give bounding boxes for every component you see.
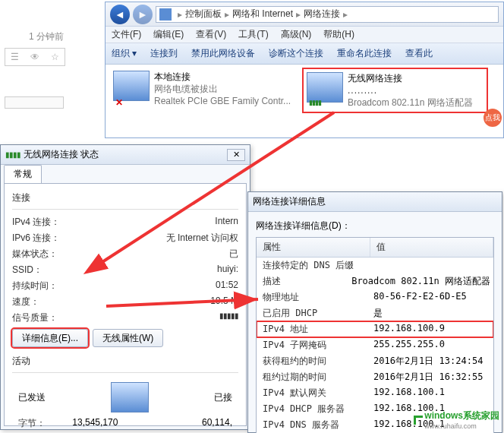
- tool-connect[interactable]: 连接到: [150, 47, 178, 60]
- menu-edit[interactable]: 编辑(E): [153, 28, 184, 41]
- tool-disable[interactable]: 禁用此网络设备: [191, 47, 255, 60]
- prop-cell: IPv4 DNS 服务器: [257, 419, 370, 431]
- conn1-title: 本地连接: [154, 71, 291, 83]
- menu-bar: 文件(F) 编辑(E) 查看(V) 工具(T) 高级(N) 帮助(H): [106, 27, 503, 43]
- table-row[interactable]: IPv4 地址192.168.100.9: [257, 321, 493, 337]
- status-dialog: ▮▮▮▮无线网络连接 状态 ✕ 常规 连接 IPv4 连接：Intern IPv…: [0, 144, 250, 430]
- ipv4-label: IPv4 连接：: [12, 216, 60, 229]
- duration-label: 持续时间：: [12, 280, 58, 292]
- connection-local[interactable]: 本地连接 网络电缆被拔出 Realtek PCIe GBE Family Con…: [110, 68, 296, 113]
- activity-icon: [111, 382, 149, 412]
- click-badge[interactable]: 点我: [484, 109, 502, 127]
- val-cell: 192.168.100.9: [370, 323, 493, 336]
- signal-icon: ▮▮▮▮: [5, 150, 20, 159]
- prop-cell: 物理地址: [257, 291, 370, 304]
- tool-organize[interactable]: 组织 ▾: [112, 47, 137, 60]
- table-row[interactable]: 获得租约的时间2016年2月1日 13:24:54: [257, 353, 493, 369]
- connection-wireless[interactable]: 无线网络连接 ......... Broadcom 802.11n 网络适配器: [302, 68, 488, 113]
- details-button[interactable]: 详细信息(E)...: [12, 329, 88, 347]
- conn1-status: 网络电缆被拔出: [154, 83, 291, 95]
- ipv6-value: 无 Internet 访问权: [166, 232, 238, 245]
- address-bar[interactable]: ▸ 控制面板▸ 网络和 Internet▸ 网络连接▸: [156, 6, 499, 23]
- val-cell: 是: [370, 307, 493, 320]
- sent-label: 已发送: [18, 391, 46, 404]
- section-connection: 连接: [12, 191, 238, 204]
- prop-cell: IPv4 默认网关: [257, 387, 370, 400]
- table-row[interactable]: 租约过期的时间2016年2月1日 16:32:55: [257, 369, 493, 385]
- conn2-title: 无线网络连接: [348, 72, 473, 84]
- wifi-props-button[interactable]: 无线属性(W): [93, 329, 163, 347]
- explorer-window: ◄ ► ▸ 控制面板▸ 网络和 Internet▸ 网络连接▸ 文件(F) 编辑…: [105, 2, 504, 138]
- prop-cell: 已启用 DHCP: [257, 307, 370, 320]
- divider: [5, 96, 64, 109]
- crumb-0[interactable]: 控制面板: [185, 8, 222, 21]
- tab-general[interactable]: 常规: [4, 165, 42, 183]
- table-row[interactable]: 已启用 DHCP是: [257, 305, 493, 321]
- table-row[interactable]: IPv4 子网掩码255.255.255.0: [257, 337, 493, 353]
- logo-icon: [414, 416, 423, 425]
- val-cell: 255.255.255.0: [370, 339, 493, 352]
- ssid-label: SSID：: [12, 264, 43, 277]
- crumb-2[interactable]: 网络连接: [304, 8, 340, 21]
- table-row[interactable]: 物理地址80-56-F2-E2-6D-E5: [257, 289, 493, 305]
- ipv4-value: Intern: [215, 216, 238, 229]
- conn2-adapter: Broadcom 802.11n 网络适配器: [348, 96, 473, 109]
- tool-diagnose[interactable]: 诊断这个连接: [269, 47, 323, 60]
- details-subtitle: 网络连接详细信息(D)：: [256, 220, 494, 232]
- prop-cell: 描述: [257, 275, 348, 288]
- prop-cell: 获得租约的时间: [257, 355, 370, 368]
- val-cell: 80-56-F2-E2-6D-E5: [370, 291, 493, 304]
- prop-cell: IPv4 子网掩码: [257, 339, 370, 352]
- close-button[interactable]: ✕: [227, 149, 245, 161]
- status-titlebar: ▮▮▮▮无线网络连接 状态 ✕: [1, 145, 250, 165]
- menu-help[interactable]: 帮助(H): [323, 28, 354, 41]
- menu-view[interactable]: 查看(V): [196, 28, 226, 41]
- table-row[interactable]: 连接特定的 DNS 后缀: [257, 258, 493, 273]
- conn2-scribble: .........: [348, 84, 473, 96]
- val-cell: 2016年2月1日 16:32:55: [370, 371, 493, 384]
- tool-rename[interactable]: 重命名此连接: [337, 47, 392, 60]
- prop-cell: IPv4 地址: [257, 323, 370, 336]
- explorer-body: 本地连接 网络电缆被拔出 Realtek PCIe GBE Family Con…: [106, 65, 503, 116]
- duration-value: 01:52: [216, 280, 238, 292]
- forward-button[interactable]: ►: [133, 5, 153, 24]
- watermark: windows系统家园 www.ruhaifu.com: [414, 409, 499, 430]
- col-property[interactable]: 属性: [257, 238, 370, 257]
- table-row[interactable]: IPv4 默认网关192.168.100.1: [257, 385, 493, 401]
- val-cell: [370, 259, 493, 272]
- back-button[interactable]: ◄: [110, 5, 130, 24]
- val-cell: 2016年2月1日 13:24:54: [370, 355, 493, 368]
- bytes-label: 字节：: [18, 417, 46, 430]
- menu-advanced[interactable]: 高级(N): [281, 28, 312, 41]
- quality-label: 信号质量：: [12, 311, 58, 324]
- recv-label: 已接: [214, 391, 232, 404]
- ssid-value: huiyi:: [217, 264, 238, 277]
- left-fragment: 1 分钟前 ☰👁☆: [0, 27, 68, 126]
- monitor-icon: [307, 72, 343, 103]
- media-value: 已: [229, 248, 238, 261]
- prop-cell: 租约过期的时间: [257, 371, 370, 384]
- status-title: 无线网络连接 状态: [24, 148, 99, 161]
- prop-cell: 连接特定的 DNS 后缀: [257, 259, 370, 272]
- menu-tools[interactable]: 工具(T): [238, 28, 268, 41]
- speed-label: 速度：: [12, 296, 39, 308]
- time-label: 1 分钟前: [5, 30, 64, 43]
- ipv6-label: IPv6 连接：: [12, 232, 60, 245]
- nav-bar: ◄ ► ▸ 控制面板▸ 网络和 Internet▸ 网络连接▸: [106, 2, 503, 27]
- conn1-adapter: Realtek PCIe GBE Family Contr...: [154, 95, 291, 107]
- tab-strip: 常规: [1, 165, 250, 183]
- table-row[interactable]: 描述Broadcom 802.11n 网络适配器: [257, 273, 493, 289]
- speed-value: 19.5 M: [210, 296, 238, 308]
- tab-pane: 连接 IPv4 连接：Intern IPv6 连接：无 Internet 访问权…: [4, 183, 247, 426]
- monitor-icon: [113, 71, 150, 101]
- mini-toolbar: ☰👁☆: [5, 48, 65, 66]
- media-label: 媒体状态：: [12, 248, 58, 261]
- tool-view[interactable]: 查看此: [405, 47, 433, 60]
- details-dialog: 网络连接详细信息 网络连接详细信息(D)： 属性 值 连接特定的 DNS 后缀描…: [247, 191, 502, 433]
- menu-file[interactable]: 文件(F): [112, 28, 141, 41]
- toolbar: 组织 ▾ 连接到 禁用此网络设备 诊断这个连接 重命名此连接 查看此: [106, 43, 503, 65]
- recv-value: 60,114,: [202, 417, 232, 430]
- watermark-text: windows系统家园: [424, 409, 499, 422]
- crumb-1[interactable]: 网络和 Internet: [232, 8, 293, 21]
- col-value[interactable]: 值: [370, 238, 493, 257]
